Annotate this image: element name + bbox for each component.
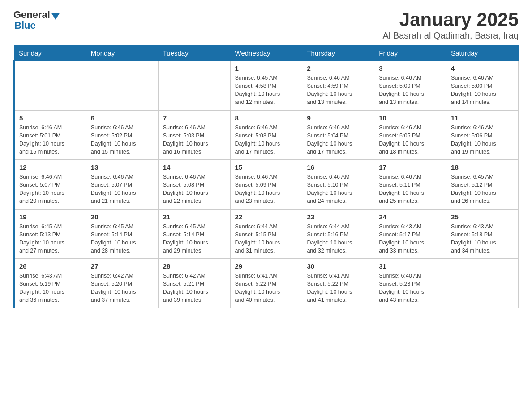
calendar-cell: 8Sunrise: 6:46 AM Sunset: 5:03 PM Daylig… [230,110,302,160]
calendar-cell: 20Sunrise: 6:45 AM Sunset: 5:14 PM Dayli… [86,209,158,259]
day-number: 28 [163,262,226,270]
calendar-cell: 29Sunrise: 6:41 AM Sunset: 5:22 PM Dayli… [230,259,302,308]
day-number: 21 [163,213,226,221]
logo: General Blue [13,9,60,31]
day-info: Sunrise: 6:45 AM Sunset: 5:14 PM Dayligh… [163,223,226,255]
day-number: 4 [451,64,514,72]
calendar-cell: 19Sunrise: 6:45 AM Sunset: 5:13 PM Dayli… [14,209,86,259]
weekday-header-tuesday: Tuesday [158,46,230,61]
day-number: 25 [451,213,514,221]
day-info: Sunrise: 6:45 AM Sunset: 5:14 PM Dayligh… [91,223,154,255]
day-info: Sunrise: 6:45 AM Sunset: 5:12 PM Dayligh… [451,173,514,206]
calendar-cell: 3Sunrise: 6:46 AM Sunset: 5:00 PM Daylig… [374,61,446,111]
calendar-cell: 12Sunrise: 6:46 AM Sunset: 5:07 PM Dayli… [14,160,86,210]
day-number: 26 [19,262,82,270]
calendar-cell: 16Sunrise: 6:46 AM Sunset: 5:10 PM Dayli… [302,160,374,210]
calendar-cell: 1Sunrise: 6:45 AM Sunset: 4:58 PM Daylig… [230,61,302,111]
calendar-week-row: 19Sunrise: 6:45 AM Sunset: 5:13 PM Dayli… [14,209,519,259]
calendar-cell [14,61,86,111]
day-number: 12 [19,163,82,171]
day-info: Sunrise: 6:44 AM Sunset: 5:15 PM Dayligh… [235,223,298,255]
calendar-cell: 24Sunrise: 6:43 AM Sunset: 5:17 PM Dayli… [374,209,446,259]
calendar-cell: 6Sunrise: 6:46 AM Sunset: 5:02 PM Daylig… [86,110,158,160]
calendar-cell: 26Sunrise: 6:43 AM Sunset: 5:19 PM Dayli… [14,259,86,308]
day-info: Sunrise: 6:46 AM Sunset: 5:01 PM Dayligh… [19,124,82,156]
day-number: 8 [235,114,298,122]
logo-triangle-icon [51,13,60,20]
day-number: 11 [451,114,514,122]
day-info: Sunrise: 6:46 AM Sunset: 5:04 PM Dayligh… [307,124,369,156]
day-number: 7 [163,114,226,122]
day-number: 13 [91,163,154,171]
subtitle: Al Basrah al Qadimah, Basra, Iraq [383,30,519,41]
calendar-cell: 21Sunrise: 6:45 AM Sunset: 5:14 PM Dayli… [158,209,230,259]
calendar-cell: 7Sunrise: 6:46 AM Sunset: 5:03 PM Daylig… [158,110,230,160]
day-number: 31 [379,262,442,270]
day-info: Sunrise: 6:42 AM Sunset: 5:20 PM Dayligh… [91,272,154,304]
weekday-header-saturday: Saturday [446,46,519,61]
calendar-cell: 5Sunrise: 6:46 AM Sunset: 5:01 PM Daylig… [14,110,86,160]
calendar-cell: 15Sunrise: 6:46 AM Sunset: 5:09 PM Dayli… [230,160,302,210]
day-number: 20 [91,213,154,221]
day-info: Sunrise: 6:46 AM Sunset: 5:08 PM Dayligh… [163,173,226,206]
day-info: Sunrise: 6:46 AM Sunset: 5:03 PM Dayligh… [163,124,226,156]
day-info: Sunrise: 6:46 AM Sunset: 5:00 PM Dayligh… [379,74,442,107]
calendar-cell: 18Sunrise: 6:45 AM Sunset: 5:12 PM Dayli… [446,160,519,210]
day-info: Sunrise: 6:46 AM Sunset: 5:07 PM Dayligh… [19,173,82,206]
day-info: Sunrise: 6:46 AM Sunset: 5:09 PM Dayligh… [235,173,298,206]
calendar-week-row: 12Sunrise: 6:46 AM Sunset: 5:07 PM Dayli… [14,160,519,210]
day-number: 17 [379,163,442,171]
day-info: Sunrise: 6:43 AM Sunset: 5:19 PM Dayligh… [19,272,82,304]
calendar-cell: 13Sunrise: 6:46 AM Sunset: 5:07 PM Dayli… [86,160,158,210]
day-number: 14 [163,163,226,171]
calendar-cell: 17Sunrise: 6:46 AM Sunset: 5:11 PM Dayli… [374,160,446,210]
calendar-cell: 28Sunrise: 6:42 AM Sunset: 5:21 PM Dayli… [158,259,230,308]
day-number: 1 [235,64,298,72]
calendar-cell: 10Sunrise: 6:46 AM Sunset: 5:05 PM Dayli… [374,110,446,160]
day-info: Sunrise: 6:46 AM Sunset: 5:03 PM Dayligh… [235,124,298,156]
day-info: Sunrise: 6:45 AM Sunset: 4:58 PM Dayligh… [235,74,298,107]
calendar-cell: 25Sunrise: 6:43 AM Sunset: 5:18 PM Dayli… [446,209,519,259]
day-info: Sunrise: 6:46 AM Sunset: 5:00 PM Dayligh… [451,74,514,107]
calendar-cell: 14Sunrise: 6:46 AM Sunset: 5:08 PM Dayli… [158,160,230,210]
title-block: January 2025 Al Basrah al Qadimah, Basra… [383,9,519,41]
day-info: Sunrise: 6:46 AM Sunset: 5:02 PM Dayligh… [91,124,154,156]
logo-general-text: General [13,9,50,21]
calendar-cell: 9Sunrise: 6:46 AM Sunset: 5:04 PM Daylig… [302,110,374,160]
day-number: 3 [379,64,442,72]
day-number: 24 [379,213,442,221]
calendar-cell: 4Sunrise: 6:46 AM Sunset: 5:00 PM Daylig… [446,61,519,111]
day-number: 16 [307,163,369,171]
day-info: Sunrise: 6:41 AM Sunset: 5:22 PM Dayligh… [307,272,369,304]
calendar-cell: 31Sunrise: 6:40 AM Sunset: 5:23 PM Dayli… [374,259,446,308]
day-number: 5 [19,114,82,122]
day-number: 10 [379,114,442,122]
weekday-header-wednesday: Wednesday [230,46,302,61]
day-number: 6 [91,114,154,122]
day-number: 15 [235,163,298,171]
day-number: 30 [307,262,369,270]
day-info: Sunrise: 6:45 AM Sunset: 5:13 PM Dayligh… [19,223,82,255]
day-info: Sunrise: 6:40 AM Sunset: 5:23 PM Dayligh… [379,272,442,304]
main-title: January 2025 [383,9,519,30]
calendar-week-row: 1Sunrise: 6:45 AM Sunset: 4:58 PM Daylig… [14,61,519,111]
day-info: Sunrise: 6:42 AM Sunset: 5:21 PM Dayligh… [163,272,226,304]
day-number: 19 [19,213,82,221]
day-number: 2 [307,64,369,72]
calendar-table: SundayMondayTuesdayWednesdayThursdayFrid… [13,45,519,308]
day-info: Sunrise: 6:46 AM Sunset: 5:11 PM Dayligh… [379,173,442,206]
day-info: Sunrise: 6:46 AM Sunset: 5:07 PM Dayligh… [91,173,154,206]
calendar-week-row: 26Sunrise: 6:43 AM Sunset: 5:19 PM Dayli… [14,259,519,308]
day-info: Sunrise: 6:43 AM Sunset: 5:18 PM Dayligh… [451,223,514,255]
day-info: Sunrise: 6:44 AM Sunset: 5:16 PM Dayligh… [307,223,369,255]
day-info: Sunrise: 6:41 AM Sunset: 5:22 PM Dayligh… [235,272,298,304]
calendar-cell: 30Sunrise: 6:41 AM Sunset: 5:22 PM Dayli… [302,259,374,308]
page-header: General Blue January 2025 Al Basrah al Q… [13,9,519,41]
calendar-cell: 2Sunrise: 6:46 AM Sunset: 4:59 PM Daylig… [302,61,374,111]
calendar-cell: 11Sunrise: 6:46 AM Sunset: 5:06 PM Dayli… [446,110,519,160]
weekday-header-row: SundayMondayTuesdayWednesdayThursdayFrid… [14,46,519,61]
calendar-cell: 23Sunrise: 6:44 AM Sunset: 5:16 PM Dayli… [302,209,374,259]
calendar-cell: 27Sunrise: 6:42 AM Sunset: 5:20 PM Dayli… [86,259,158,308]
day-number: 18 [451,163,514,171]
day-number: 29 [235,262,298,270]
